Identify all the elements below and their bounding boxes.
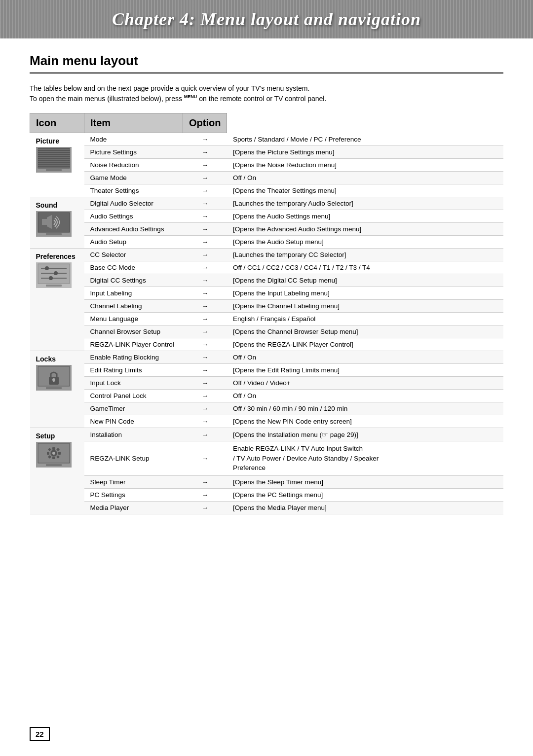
option-cell: [Opens the New PIN Code entry screen] [227,415,503,428]
item-cell: REGZA-LINK Setup [84,441,183,476]
preferences-icon [36,262,73,289]
option-cell: Sports / Standard / Movie / PC / Prefere… [227,133,503,146]
item-cell: Control Panel Lock [84,390,183,402]
item-cell: Sleep Timer [84,475,183,488]
item-cell: Digital Audio Selector [84,197,183,210]
option-cell: [Opens the Installation menu (☞ page 29)… [227,428,503,441]
arrow-cell: → [183,159,227,172]
table-row: Sleep Timer→[Opens the Sleep Timer menu] [30,475,504,488]
svg-point-36 [52,452,55,455]
arrow-cell: → [183,261,227,274]
arrow-cell: → [183,415,227,428]
item-cell: PC Settings [84,488,183,501]
arrow-cell: → [183,338,227,351]
header-item: Item [84,113,183,133]
item-cell: Menu Language [84,313,183,325]
table-row: Media Player→[Opens the Media Player men… [30,501,504,514]
chapter-header: Chapter 4: Menu layout and navigation [0,0,533,38]
item-cell: CC Selector [84,249,183,261]
item-cell: Edit Rating Limits [84,364,183,377]
item-cell: Audio Settings [84,210,183,223]
icon-label: Setup [36,432,78,440]
svg-rect-17 [46,233,62,235]
option-cell: [Opens the Audio Settings menu] [227,210,503,223]
intro-line1: The tables below and on the next page pr… [30,84,309,92]
option-cell: Off / On [227,351,503,364]
option-cell: Off / CC1 / CC2 / CC3 / CC4 / T1 / T2 / … [227,261,503,274]
table-row: GameTimer→Off / 30 min / 60 min / 90 min… [30,402,504,415]
table-row: Sound Digital Audio Selector→[Launches t… [30,197,504,210]
item-cell: Enable Rating Blocking [84,351,183,364]
arrow-cell: → [183,223,227,236]
item-cell: Channel Browser Setup [84,325,183,338]
table-row: REGZA-LINK Player Control→[Opens the REG… [30,338,504,351]
page-number: 22 [30,727,50,741]
arrow-cell: → [183,249,227,261]
option-cell: Enable REGZA-LINK / TV Auto Input Switch… [227,441,503,476]
option-cell: [Opens the Advanced Audio Settings menu] [227,223,503,236]
item-cell: Game Mode [84,172,183,184]
table-row: Channel Browser Setup→[Opens the Channel… [30,325,504,338]
arrow-cell: → [183,184,227,197]
svg-rect-45 [46,464,62,466]
item-cell: Noise Reduction [84,159,183,172]
item-cell: Input Labeling [84,287,183,300]
table-row: Audio Settings→[Opens the Audio Settings… [30,210,504,223]
header-option: Option [183,113,227,133]
arrow-cell: → [183,428,227,441]
item-cell: Mode [84,133,183,146]
icon-cell: Picture [30,133,84,197]
table-row: Input Labeling→[Opens the Input Labeling… [30,287,504,300]
table-row: Advanced Audio Settings→[Opens the Advan… [30,223,504,236]
table-row: Digital CC Settings→[Opens the Digital C… [30,274,504,287]
item-cell: Digital CC Settings [84,274,183,287]
item-cell: Picture Settings [84,146,183,159]
table-row: Base CC Mode→Off / CC1 / CC2 / CC3 / CC4… [30,261,504,274]
table-row: Input Lock→Off / Video / Video+ [30,377,504,390]
option-cell: Off / On [227,390,503,402]
svg-rect-37 [52,447,55,450]
icon-cell: Setup [30,428,84,514]
icon-label: Picture [36,137,78,145]
arrow-cell: → [183,133,227,146]
arrow-cell: → [183,475,227,488]
item-cell: Input Lock [84,377,183,390]
arrow-cell: → [183,210,227,223]
arrow-cell: → [183,172,227,184]
table-row: Picture Settings→[Opens the Picture Sett… [30,146,504,159]
item-cell: Channel Labeling [84,300,183,313]
arrow-cell: → [183,441,227,476]
option-cell: [Opens the Edit Rating Limits menu] [227,364,503,377]
option-cell: [Opens the Noise Reduction menu] [227,159,503,172]
item-cell: Installation [84,428,183,441]
svg-rect-39 [47,452,49,455]
table-row: Noise Reduction→[Opens the Noise Reducti… [30,159,504,172]
item-cell: REGZA-LINK Player Control [84,338,183,351]
menu-table: Icon Item Option Picture Mode→Sports / S… [30,113,503,514]
option-cell: [Opens the Audio Setup menu] [227,236,503,249]
option-cell: [Opens the REGZA-LINK Player Control] [227,338,503,351]
arrow-cell: → [183,488,227,501]
option-cell: [Opens the Picture Settings menu] [227,146,503,159]
svg-rect-15 [42,219,47,225]
option-cell: [Opens the Media Player menu] [227,501,503,514]
item-cell: Base CC Mode [84,261,183,274]
svg-rect-38 [52,457,55,459]
item-cell: Advanced Audio Settings [84,223,183,236]
svg-rect-31 [53,380,54,382]
arrow-cell: → [183,146,227,159]
section-title: Main menu layout [30,53,503,73]
svg-rect-40 [58,452,61,455]
chapter-title: Chapter 4: Menu layout and navigation [30,9,503,30]
item-cell: Audio Setup [84,236,183,249]
icon-cell: Sound [30,197,84,249]
svg-rect-26 [46,285,62,287]
arrow-cell: → [183,364,227,377]
arrow-cell: → [183,402,227,415]
table-row: Control Panel Lock→Off / On [30,390,504,402]
table-row: Edit Rating Limits→[Opens the Edit Ratin… [30,364,504,377]
item-cell: New PIN Code [84,415,183,428]
table-body: Picture Mode→Sports / Standard / Movie /… [30,133,504,514]
intro-line3: on the remote control or TV control pane… [199,95,326,103]
intro-paragraph: The tables below and on the next page pr… [30,83,503,104]
